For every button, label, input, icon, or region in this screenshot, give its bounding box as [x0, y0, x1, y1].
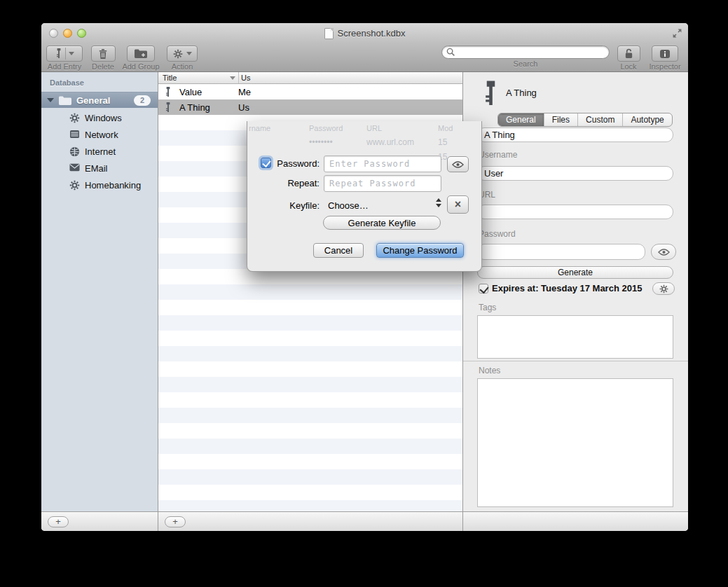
expires-options-button[interactable] — [652, 282, 675, 295]
sidebar-item-label: Internet — [85, 146, 116, 157]
add-entry-plus-button[interactable]: + — [165, 516, 186, 527]
sidebar-item-label: Network — [85, 130, 118, 140]
list-header[interactable]: Title Us — [158, 72, 462, 84]
inspector-label: Inspector — [646, 62, 684, 71]
change-password-button[interactable]: Change Password — [376, 243, 464, 258]
tab-custom[interactable]: Custom — [578, 113, 623, 126]
delete-button[interactable] — [91, 46, 116, 62]
inspector-entry-title: A Thing — [506, 88, 537, 98]
expires-label: Expires at: Tuesday 17 March 2015 — [492, 283, 642, 294]
tab-general[interactable]: General — [498, 113, 544, 126]
expires-checkbox[interactable] — [479, 284, 488, 294]
eye-icon — [452, 161, 464, 168]
ghost-column-modified: Mod — [438, 124, 453, 132]
generate-keyfile-button[interactable]: Generate Keyfile — [323, 216, 441, 230]
search-label: Search — [441, 60, 610, 68]
envelope-icon — [69, 163, 80, 174]
lock-label: Lock — [616, 62, 641, 71]
app-window: Screenshot.kdbx Add Entry Delete — [41, 23, 688, 531]
repeat-input[interactable] — [324, 175, 441, 192]
eye-icon — [658, 249, 670, 256]
ghost-column-username: rname — [249, 124, 270, 132]
gear-icon — [173, 49, 183, 59]
entry-username: Me — [238, 87, 251, 97]
trash-icon — [99, 49, 107, 59]
search-input[interactable] — [455, 47, 609, 57]
gear-icon — [659, 284, 668, 294]
sort-descending-icon — [230, 76, 235, 80]
password-field[interactable] — [477, 244, 645, 260]
stepper-icon[interactable] — [436, 198, 441, 207]
lock-button[interactable] — [617, 46, 640, 62]
document-icon — [324, 28, 334, 39]
inspector-bottom-bar — [463, 511, 688, 531]
column-header-title[interactable]: Title — [163, 74, 177, 82]
entry-title: A Thing — [179, 102, 238, 113]
username-label: Username — [479, 150, 517, 160]
username-field[interactable] — [477, 166, 673, 181]
server-icon — [69, 130, 80, 140]
keyfile-popup[interactable]: Choose… — [328, 200, 369, 211]
gear-icon — [69, 113, 80, 123]
sidebar-section-header: Database — [50, 78, 84, 87]
section-divider — [463, 361, 688, 361]
sidebar-item-label: Homebanking — [85, 180, 141, 191]
ghost-password-dots: •••••••• — [309, 137, 333, 147]
entry-row-value[interactable]: Value Me — [158, 84, 462, 99]
fullscreen-icon[interactable] — [672, 28, 682, 39]
generate-password-button[interactable]: Generate — [477, 266, 673, 279]
column-header-username[interactable]: Us — [241, 74, 250, 82]
inspector-panel: A Thing General Files Custom Autotype Us… — [462, 72, 688, 531]
add-entry-button[interactable] — [46, 46, 83, 62]
add-group-button[interactable] — [127, 46, 155, 62]
ghost-column-url: URL — [366, 124, 382, 132]
window-title: Screenshot.kdbx — [338, 28, 406, 39]
reveal-password-button[interactable] — [447, 156, 469, 172]
list-bottom-bar: + — [158, 511, 462, 531]
gear-icon — [69, 180, 80, 191]
ghost-modified-value: 15 — [438, 137, 447, 147]
add-entry-label: Add Entry — [46, 62, 83, 71]
sidebar: Database General 2 Windows Network — [41, 72, 158, 531]
tags-label: Tags — [479, 303, 496, 312]
sidebar-item-internet[interactable]: Internet — [41, 143, 158, 160]
chevron-down-icon — [69, 52, 74, 55]
tab-autotype[interactable]: Autotype — [623, 113, 671, 126]
clear-keyfile-button[interactable]: × — [447, 195, 469, 214]
sidebar-item-network[interactable]: Network — [41, 126, 158, 143]
toolbar: Add Entry Delete Add Group — [41, 43, 688, 72]
sidebar-item-homebanking[interactable]: Homebanking — [41, 177, 158, 193]
inspector-button[interactable] — [652, 46, 678, 62]
folder-icon — [59, 96, 71, 105]
key-icon — [55, 48, 62, 59]
search-field[interactable] — [441, 46, 610, 59]
tags-field[interactable] — [477, 315, 673, 359]
key-icon — [165, 87, 172, 97]
search-icon — [446, 48, 455, 57]
title-bar: Screenshot.kdbx — [41, 23, 688, 43]
tab-files[interactable]: Files — [544, 113, 578, 126]
entry-row-a-thing-selected[interactable]: A Thing Us — [158, 99, 462, 115]
change-password-sheet: rname Password URL Mod •••••••• www.url.… — [247, 121, 482, 272]
close-icon: × — [455, 199, 461, 210]
sidebar-group-general[interactable]: General 2 — [41, 92, 158, 108]
sidebar-item-windows[interactable]: Windows — [41, 109, 158, 126]
show-password-button[interactable] — [651, 244, 676, 260]
password-input[interactable] — [324, 156, 441, 172]
info-icon — [659, 49, 671, 59]
password-sheet-label: Password: — [249, 158, 320, 169]
add-group-plus-button[interactable]: + — [48, 516, 69, 527]
action-button[interactable] — [167, 46, 198, 62]
password-label: Password — [479, 229, 516, 239]
sidebar-item-label: EMail — [85, 163, 108, 174]
sidebar-item-email[interactable]: EMail — [41, 160, 158, 177]
cancel-button[interactable]: Cancel — [313, 243, 364, 258]
url-field[interactable] — [477, 205, 673, 219]
unlock-icon — [624, 48, 633, 59]
notes-field[interactable] — [477, 378, 673, 507]
add-group-label: Add Group — [121, 62, 161, 71]
sidebar-item-label: Windows — [85, 113, 122, 123]
disclosure-triangle-icon[interactable] — [47, 98, 54, 102]
notes-label: Notes — [479, 366, 500, 375]
title-field[interactable] — [477, 127, 673, 142]
